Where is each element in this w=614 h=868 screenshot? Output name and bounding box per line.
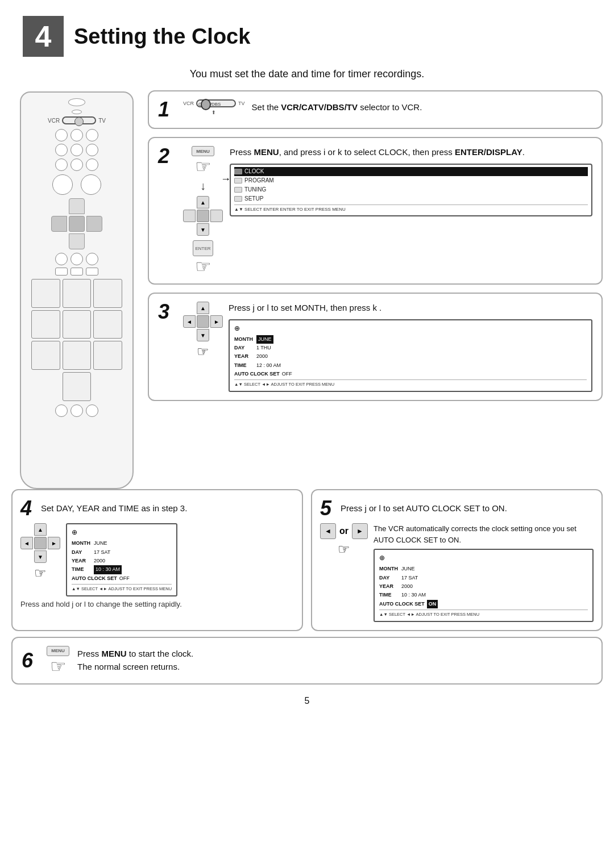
cs5-year-val: 2000	[401, 582, 413, 591]
enter-hand-icon: ☞	[195, 257, 211, 276]
step3-screen: ⊕ MONTH JUNE DAY 1 THU	[229, 319, 592, 393]
cs5-time-row: TIME 10 : 30 AM	[379, 591, 588, 599]
remote-round-btn-2	[81, 174, 101, 195]
cs-time-label: TIME	[234, 361, 254, 370]
remote-selector-row: VCR TV	[26, 116, 128, 124]
step-5-header: 5 Press j or l to set AUTO CLOCK SET to …	[320, 498, 594, 519]
remote-btn-a	[55, 129, 68, 141]
cs4-year-label: YEAR	[72, 557, 92, 565]
cs5-auto-label: AUTO CLOCK SET	[379, 600, 425, 608]
step-1-text: Set the VCR/CATV/DBS/TV selector to VCR.	[252, 101, 422, 114]
cs5-day-row: DAY 17 SAT	[379, 574, 588, 582]
cs4-month-val: JUNE	[94, 539, 107, 548]
dpad-standalone-2: ▲ ▼	[183, 196, 223, 236]
cs5-time-val: 10 : 30 AM	[401, 591, 426, 599]
menu-program: PROGRAM	[234, 176, 588, 185]
step-1-num: 1	[158, 99, 175, 120]
dpad-step4: ▲ ▼ ◄ ►	[20, 523, 60, 563]
step6-menu-rect: MENU	[47, 646, 69, 656]
menu-hand-icon: ☞	[195, 157, 211, 176]
step4-screen: ⊕ MONTH JUNE DAY 17 SAT YEAR 2000	[66, 523, 177, 596]
cs-year-row: YEAR 2000	[234, 352, 587, 361]
step-1-box: 1 VCR CATV/DBS TV ⬆	[148, 90, 603, 129]
main-layout: VCR TV	[0, 86, 614, 489]
cs-footer: ▲▼ SELECT ◄► ADJUST TO EXIT PRESS MENU	[234, 379, 587, 389]
step-3-text: Press j or l to set MONTH, then press k …	[229, 302, 592, 315]
cs5-icon: ⊕	[379, 552, 385, 564]
step-3-num: 3	[158, 302, 175, 322]
numpad-3	[93, 279, 122, 308]
remote-selector-track	[62, 116, 96, 124]
selector-track: CATV/DBS	[196, 99, 236, 107]
cs-month-val: JUNE	[256, 335, 273, 344]
step-1-inner: VCR CATV/DBS TV ⬆ Set the VCR/CATV/DBS/T…	[183, 99, 592, 115]
page-header: 4 Setting the Clock	[0, 0, 614, 62]
ds3-down: ▼	[197, 329, 209, 341]
dpad-step4-wrapper: ▲ ▼ ◄ ►	[20, 523, 60, 563]
cs4-time-row: TIME 10 : 30 AM	[72, 565, 172, 574]
remote-control: VCR TV	[20, 91, 134, 489]
ds3-right: ►	[210, 315, 223, 328]
dpad-down	[69, 233, 85, 249]
remote-row-6	[26, 404, 128, 417]
ds3-left: ◄	[183, 315, 196, 328]
dpad-center	[69, 216, 85, 232]
cs5-year-label: YEAR	[379, 582, 399, 591]
step5-right: The VCR automatically corrects the clock…	[374, 523, 594, 622]
step-4-text1: Set DAY, YEAR and TIME as in step 3.	[41, 502, 187, 515]
cs-auto-row: AUTO CLOCK SET OFF	[234, 370, 587, 378]
menu-screen-footer: ▲▼ SELECT ENTER ENTER TO EXIT PRESS MENU	[234, 205, 588, 214]
dpad-group-step2: ▲ ▼ →	[183, 196, 223, 236]
cs4-month-label: MONTH	[72, 539, 92, 548]
step5-screen: ⊕ MONTH JUNE DAY 17 SAT YEAR 2000	[374, 549, 594, 622]
step-3-diagram: ▲ ▼ ◄ ► ☞ Press j or l to set MONTH, the…	[183, 302, 592, 392]
step-6-num: 6	[22, 650, 39, 671]
cs-time-val: 12 : 00 AM	[256, 361, 281, 370]
step6-hand-icon: ☞	[50, 657, 67, 675]
step-3-left: ▲ ▼ ◄ ► ☞	[183, 302, 223, 358]
ds-center	[197, 210, 209, 222]
step-3-box: 3 ▲ ▼ ◄ ► ☞	[148, 293, 603, 401]
or-cluster: ◄ or ►	[320, 523, 368, 539]
step-4-screen-area: ⊕ MONTH JUNE DAY 17 SAT YEAR 2000	[66, 523, 177, 596]
cs5-month-val: JUNE	[401, 565, 415, 573]
ds-up: ▲	[197, 196, 209, 208]
cs4-year-val: 2000	[94, 557, 105, 565]
step3-hand-icon: ☞	[197, 345, 209, 358]
step5-hand-icon: ☞	[338, 542, 350, 556]
page-title: Setting the Clock	[74, 24, 250, 49]
remote-btn-o	[86, 268, 98, 276]
cs5-auto-row: AUTO CLOCK SET ON	[379, 600, 588, 608]
cs-month-label: MONTH	[234, 335, 254, 344]
vcr-label: VCR	[48, 118, 60, 124]
remote-btn-b	[70, 129, 83, 141]
remote-btn-d	[55, 144, 68, 156]
step-2-box: 2 MENU ☞ ↓ ▲ ▼	[148, 137, 603, 285]
remote-round-row	[26, 174, 128, 195]
step-5-text2: The VCR automatically corrects the clock…	[374, 523, 594, 545]
step-4-inner: ▲ ▼ ◄ ► ☞ ⊕ MONTH JUNE	[20, 523, 294, 596]
remote-btn-g	[55, 158, 68, 171]
numpad-1	[31, 279, 60, 308]
cs5-footer: ▲▼ SELECT ◄► ADJUST TO EXIT PRESS MENU	[379, 610, 588, 619]
numpad-5	[63, 310, 92, 339]
ds4-left: ◄	[20, 537, 33, 549]
ds-right	[210, 210, 223, 222]
steps-column: 1 VCR CATV/DBS TV ⬆	[148, 86, 603, 489]
program-icon	[234, 178, 242, 183]
step3-screen-wrapper: ⊕ MONTH JUNE DAY 1 THU	[229, 319, 592, 393]
cs4-year-row: YEAR 2000	[72, 557, 172, 565]
page-number: 5	[0, 690, 614, 717]
remote-indicator	[72, 110, 82, 114]
left-arrow-btn: ◄	[320, 523, 336, 539]
cs4-day-val: 17 SAT	[94, 548, 110, 557]
menu-button-rect: MENU	[192, 146, 214, 156]
step-6-text3: The normal screen returns.	[77, 661, 193, 674]
cs-auto-val: OFF	[282, 370, 292, 378]
dpad-up	[69, 198, 85, 214]
menu-btn-illus: MENU ☞	[192, 146, 214, 176]
chapter-badge: 4	[23, 16, 64, 57]
right-arrow-btn: ►	[352, 523, 368, 539]
selector-knob	[201, 99, 211, 110]
numpad-4	[31, 310, 60, 339]
